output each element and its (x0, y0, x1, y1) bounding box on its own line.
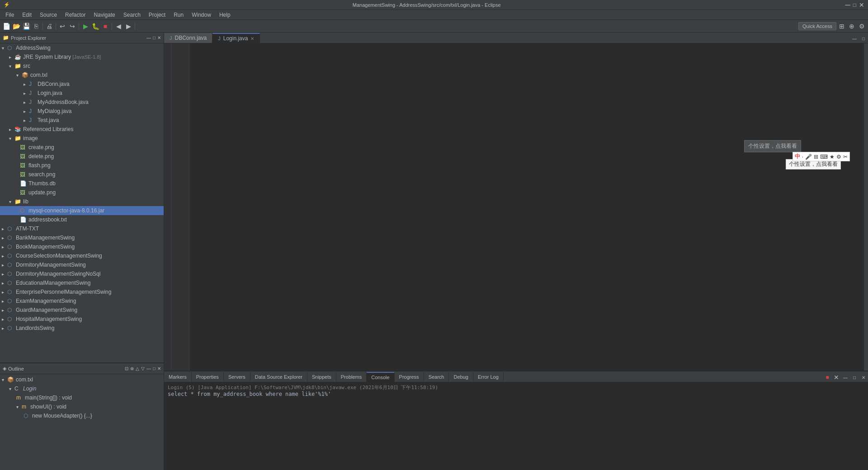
bottom-tab-errorlog[interactable]: Error Log (473, 372, 504, 382)
tree-item-mydialog[interactable]: ▸ J MyDialog.java (0, 107, 164, 116)
close-panel-btn[interactable]: ✕ (157, 35, 161, 40)
editor-minimize-btn[interactable]: — (850, 34, 859, 43)
console-minimize-btn[interactable]: — (841, 373, 850, 382)
print-btn[interactable]: 🖨 (45, 22, 54, 31)
sogou-cn-btn[interactable]: 中 (795, 153, 800, 160)
outline-item-main[interactable]: m main(String[]) : void (0, 393, 164, 402)
bottom-tab-servers[interactable]: Servers (224, 372, 250, 382)
tree-item-thumbsdb[interactable]: 📄 Thumbs.db (0, 179, 164, 188)
tree-item-courseselection[interactable]: ▸ ⬡ CourseSelectionManagementSwing (0, 251, 164, 260)
stop-btn[interactable]: ■ (101, 22, 110, 31)
console-clear-btn[interactable]: ✕ (832, 373, 841, 382)
sogou-icon3[interactable]: ★ (830, 154, 835, 160)
bottom-tab-snippets[interactable]: Snippets (307, 372, 336, 382)
outline-item-mouseadapter[interactable]: ⬡ new MouseAdapter() {...} (0, 411, 164, 420)
bottom-tab-properties[interactable]: Properties (192, 372, 224, 382)
console-stop-btn[interactable]: ■ (823, 373, 832, 382)
console-close-btn[interactable]: ✕ (859, 373, 868, 382)
bottom-tab-debug[interactable]: Debug (449, 372, 473, 382)
tree-item-searchpng[interactable]: 🖼 search.png (0, 170, 164, 179)
tree-item-lib[interactable]: ▾ 📁 lib (0, 197, 164, 206)
tree-item-deletepng[interactable]: 🖼 delete.png (0, 152, 164, 161)
outline-close-btn[interactable]: ✕ (157, 366, 161, 371)
code-content-area[interactable] (189, 43, 863, 371)
outline-minimize-btn[interactable]: — (146, 366, 151, 371)
console-maximize-btn[interactable]: □ (850, 373, 859, 382)
bottom-tab-markers[interactable]: Markers (164, 372, 192, 382)
sogou-ime-toolbar[interactable]: 中 · 🎤 ⊞ ⌨ ★ ⚙ ✂ (793, 152, 850, 161)
bottom-tab-console[interactable]: Console (367, 372, 394, 382)
tree-item-dormitory[interactable]: ▸ ⬡ DormitoryManagementSwing (0, 260, 164, 269)
menu-search[interactable]: Search (120, 11, 144, 19)
quick-access-btn[interactable]: Quick Access (798, 22, 836, 30)
tree-item-mysqljar[interactable]: ⬡ mysql-connector-java-8.0.16.jar (0, 206, 164, 215)
tree-item-enterprise[interactable]: ▸ ⬡ EnterprisePersonnelManagementSwing (0, 287, 164, 296)
menu-project[interactable]: Project (145, 11, 169, 19)
outline-item-login-class[interactable]: ▾ C Login (0, 384, 164, 393)
menu-run[interactable]: Run (170, 11, 187, 19)
editor-gutter[interactable] (164, 43, 171, 371)
bottom-tab-progress[interactable]: Progress (395, 372, 424, 382)
bottom-tab-search[interactable]: Search (424, 372, 449, 382)
tree-item-test[interactable]: ▸ J Test.java (0, 116, 164, 125)
tree-item-myaddressbook[interactable]: ▸ J MyAddressBook.java (0, 98, 164, 107)
menu-window[interactable]: Window (188, 11, 215, 19)
outline-item-showui[interactable]: ▾ m showUI() : void (0, 402, 164, 411)
tree-item-hospital[interactable]: ▸ ⬡ HospitalManagementSwing (0, 315, 164, 324)
sogou-icon1[interactable]: ⊞ (814, 154, 818, 160)
tree-item-dbconn[interactable]: ▸ J DBConn.java (0, 80, 164, 89)
save-btn[interactable]: 💾 (22, 22, 31, 31)
maximize-panel-btn[interactable]: □ (153, 35, 156, 40)
tree-item-educational[interactable]: ▸ ⬡ EducationalManagementSwing (0, 278, 164, 287)
bottom-tab-datasource[interactable]: Data Source Explorer (250, 372, 307, 382)
undo-btn[interactable]: ↩ (58, 22, 67, 31)
menu-navigate[interactable]: Navigate (90, 11, 118, 19)
tree-item-comtxl[interactable]: ▾ 📦 com.txl (0, 70, 164, 80)
open-btn[interactable]: 📂 (12, 22, 21, 31)
menu-file[interactable]: File (2, 11, 18, 19)
minimize-btn[interactable]: ─ (845, 1, 850, 9)
tree-item-guard[interactable]: ▸ ⬡ GuardManagementSwing (0, 306, 164, 315)
bottom-tab-problems[interactable]: Problems (336, 372, 367, 382)
tree-item-bankmanagement[interactable]: ▸ ⬡ BankManagementSwing (0, 233, 164, 242)
maximize-btn[interactable]: □ (853, 2, 856, 8)
sogou-icon2[interactable]: ⌨ (820, 154, 828, 160)
console-output[interactable]: Login (5) [Java Application] F:\Software… (164, 382, 868, 470)
tree-item-flashpng[interactable]: 🖼 flash.png (0, 161, 164, 170)
sogou-mic-btn[interactable]: 🎤 (805, 154, 812, 160)
tree-item-updatepng[interactable]: 🖼 update.png (0, 188, 164, 197)
tree-item-reflibs[interactable]: ▸ 📚 Referenced Libraries (0, 125, 164, 134)
debug-btn[interactable]: 🐛 (91, 22, 100, 31)
tree-item-addressbooktxt[interactable]: 📄 addressbook.txt (0, 215, 164, 224)
tree-item-createpng[interactable]: 🖼 create.png (0, 143, 164, 152)
prev-btn[interactable]: ◀ (114, 22, 123, 31)
editor-maximize-btn[interactable]: □ (859, 34, 868, 43)
tree-item-src[interactable]: ▾ 📁 src (0, 61, 164, 70)
menu-edit[interactable]: Edit (19, 11, 35, 19)
tab-dbconn[interactable]: J DBConn.java (164, 33, 212, 43)
minimize-panel-btn[interactable]: — (146, 35, 151, 40)
editor-scrollbar[interactable] (863, 43, 868, 371)
save-all-btn[interactable]: ⎘ (32, 22, 41, 31)
outline-icon-btn2[interactable]: ⊛ (130, 366, 134, 371)
icon1[interactable]: ⊕ (847, 22, 856, 31)
sogou-dot-btn[interactable]: · (802, 154, 803, 160)
redo-btn[interactable]: ↪ (68, 22, 77, 31)
close-btn[interactable]: ✕ (859, 1, 864, 9)
tab-login[interactable]: J Login.java ✕ (212, 33, 260, 43)
menu-source[interactable]: Source (36, 11, 61, 19)
outline-icon-btn4[interactable]: ▽ (141, 366, 145, 371)
icon2[interactable]: ⚙ (857, 22, 866, 31)
outline-maximize-btn[interactable]: □ (153, 366, 156, 371)
run-btn[interactable]: ▶ (81, 22, 90, 31)
tree-item-jre[interactable]: ▸ ☕ JRE System Library [JavaSE-1.8] (0, 52, 164, 61)
tree-item-exam[interactable]: ▸ ⬡ ExamManagementSwing (0, 296, 164, 306)
menu-help[interactable]: Help (216, 11, 234, 19)
perspective-btn[interactable]: ⊞ (837, 22, 846, 31)
tree-item-landlords[interactable]: ▸ ⬡ LandlordsSwing (0, 324, 164, 333)
outline-item-comtxl[interactable]: ▾ 📦 com.txl (0, 375, 164, 384)
outline-icon-btn3[interactable]: △ (136, 366, 139, 371)
next-btn[interactable]: ▶ (124, 22, 133, 31)
sogou-icon4[interactable]: ⚙ (836, 154, 841, 160)
tree-item-addressswing[interactable]: ▾ ⬡ AddressSwing (0, 43, 164, 52)
